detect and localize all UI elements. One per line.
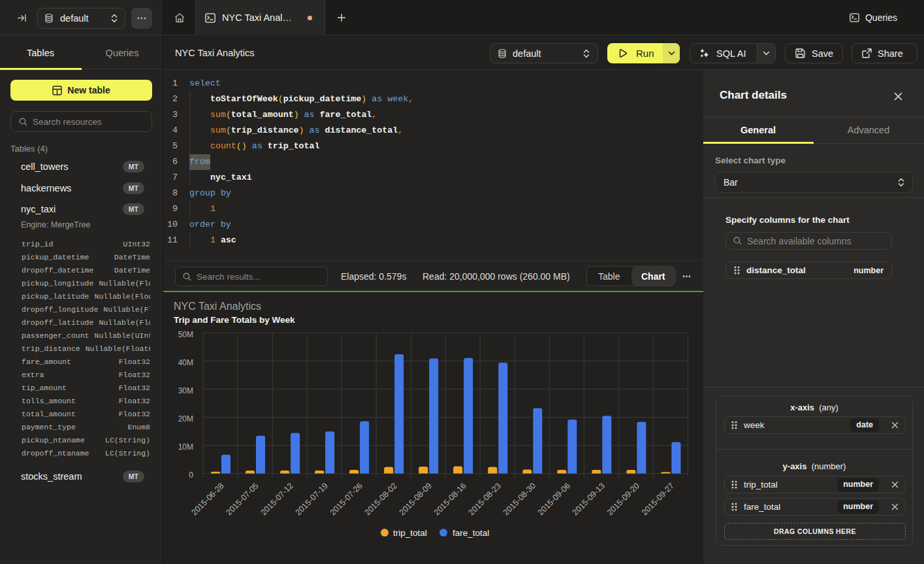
svg-text:2015-09-27: 2015-09-27 (640, 481, 676, 517)
svg-text:Trip and Fare Totals by Week: Trip and Fare Totals by Week (174, 315, 295, 325)
svg-text:2015-07-05: 2015-07-05 (225, 481, 261, 517)
svg-text:2015-09-13: 2015-09-13 (571, 481, 607, 517)
svg-text:40M: 40M (178, 358, 193, 367)
svg-text:30M: 30M (178, 386, 193, 395)
svg-text:0: 0 (189, 471, 193, 480)
svg-text:2015-07-26: 2015-07-26 (328, 481, 364, 517)
svg-text:fare_total: fare_total (453, 528, 489, 538)
svg-text:2015-09-20: 2015-09-20 (605, 481, 641, 517)
svg-text:2015-06-28: 2015-06-28 (190, 481, 226, 517)
svg-text:2015-07-12: 2015-07-12 (259, 481, 295, 517)
svg-text:trip_total: trip_total (393, 528, 427, 538)
svg-text:2015-08-30: 2015-08-30 (502, 481, 537, 517)
svg-text:50M: 50M (178, 330, 193, 339)
svg-text:2015-09-06: 2015-09-06 (536, 481, 572, 517)
svg-text:2015-07-19: 2015-07-19 (294, 481, 330, 517)
svg-text:10M: 10M (178, 442, 193, 452)
svg-text:NYC Taxi Analytics: NYC Taxi Analytics (174, 301, 261, 312)
svg-text:2015-08-16: 2015-08-16 (432, 481, 468, 517)
svg-text:2015-08-23: 2015-08-23 (467, 481, 503, 517)
svg-text:20M: 20M (178, 414, 193, 423)
svg-text:2015-08-02: 2015-08-02 (363, 481, 399, 517)
svg-text:2015-08-09: 2015-08-09 (398, 481, 434, 517)
